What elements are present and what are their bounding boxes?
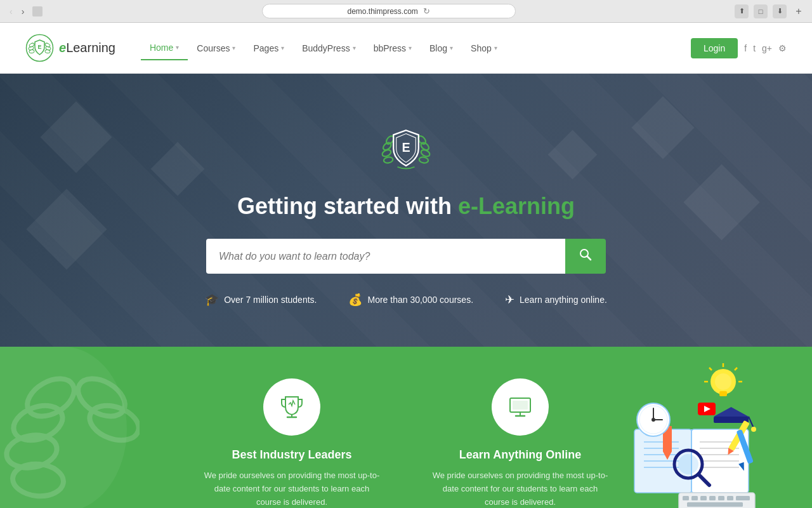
chevron-down-icon: ▾ (353, 44, 356, 51)
svg-line-67 (709, 368, 712, 370)
svg-line-18 (587, 257, 591, 260)
nav-item-bbpress[interactable]: bbPress ▾ (365, 37, 421, 60)
feature-item-1: Best Industry Leaders We pride ourselves… (203, 378, 381, 508)
features-section: Best Industry Leaders We pride ourselves… (0, 347, 812, 508)
search-icon (579, 248, 592, 261)
feature-title-2: Learn Anything Online (459, 448, 581, 462)
search-bar (206, 239, 606, 274)
illustration-area (596, 347, 774, 508)
chevron-down-icon: ▾ (281, 44, 284, 51)
refresh-icon[interactable]: ↻ (423, 6, 430, 16)
svg-point-24 (85, 399, 140, 446)
monitor-icon-circle (492, 378, 549, 436)
address-bar[interactable]: demo.thimpress.com ↻ (262, 4, 516, 18)
nav-arrows[interactable]: ‹ › (6, 5, 27, 18)
back-button[interactable]: ‹ (6, 5, 16, 18)
svg-rect-75 (718, 496, 724, 500)
hero-logo: E (377, 120, 435, 177)
svg-point-69 (715, 373, 731, 390)
new-tab-button[interactable]: + (792, 4, 806, 18)
hero-title: Getting started with e-Learning (237, 193, 575, 220)
nav-right: Login f t g+ ⚙ (691, 38, 787, 58)
money-icon: 💰 (348, 293, 362, 307)
svg-rect-73 (700, 496, 707, 500)
deco-square-2 (151, 142, 205, 196)
website: E eLearning Home ▾ Courses ▾ Pages ▾ Bud… (0, 23, 812, 508)
settings-icon[interactable]: ⚙ (778, 43, 787, 53)
logo-area[interactable]: E eLearning (25, 34, 115, 62)
browser-chrome: ‹ › demo.thimpress.com ↻ ⬆ □ ⬇ + (0, 0, 812, 23)
social-icons: f t g+ ⚙ (744, 43, 787, 53)
svg-point-15 (419, 156, 429, 163)
logo-text: eLearning (59, 41, 115, 55)
search-button[interactable] (565, 239, 606, 274)
deco-square-1 (40, 101, 112, 173)
monitor-icon (508, 394, 533, 420)
googleplus-icon[interactable]: g+ (762, 43, 772, 53)
svg-rect-74 (709, 496, 716, 500)
svg-line-65 (735, 368, 737, 370)
nav-item-blog[interactable]: Blog ▾ (421, 37, 462, 60)
nav-item-home[interactable]: Home ▾ (141, 36, 188, 60)
svg-rect-76 (727, 496, 733, 500)
nav-item-courses[interactable]: Courses ▾ (188, 37, 244, 60)
deco-square-5 (683, 164, 759, 240)
facebook-icon[interactable]: f (744, 43, 747, 53)
svg-point-14 (420, 149, 431, 157)
login-button[interactable]: Login (691, 38, 738, 58)
svg-text:E: E (402, 140, 410, 154)
svg-marker-47 (714, 407, 749, 417)
feature-desc-1: We pride ourselves on providing the most… (203, 469, 381, 508)
search-input[interactable] (206, 239, 565, 274)
feature-desc-2: We pride ourselves on providing the most… (431, 469, 609, 508)
svg-rect-77 (736, 496, 750, 500)
trophy-icon (279, 394, 304, 420)
logo-icon: E (25, 34, 54, 62)
twitter-icon[interactable]: t (753, 43, 756, 53)
chevron-down-icon: ▾ (494, 44, 497, 51)
svg-rect-71 (683, 496, 689, 500)
plane-icon: ✈ (505, 293, 514, 307)
svg-point-54 (652, 418, 655, 422)
window-minimize[interactable] (32, 6, 43, 17)
svg-point-23 (72, 371, 131, 424)
svg-rect-78 (687, 502, 743, 507)
svg-point-10 (381, 149, 392, 157)
nav-item-shop[interactable]: Shop ▾ (462, 37, 506, 60)
url-text: demo.thimpress.com (347, 7, 417, 16)
nav-item-pages[interactable]: Pages ▾ (244, 37, 293, 60)
forward-button[interactable]: › (18, 5, 28, 18)
duplicate-button[interactable]: □ (754, 4, 768, 18)
deco-square-4 (632, 97, 695, 159)
hero-logo-svg: E (377, 120, 435, 177)
navbar: E eLearning Home ▾ Courses ▾ Pages ▾ Bud… (0, 23, 812, 74)
stat-students: 🎓 Over 7 million students. (205, 293, 317, 307)
deco-square-6 (548, 130, 598, 180)
stat-courses: 💰 More than 30,000 courses. (348, 293, 473, 307)
trophy-icon-circle (263, 378, 320, 436)
nav-menu: Home ▾ Courses ▾ Pages ▾ BuddyPress ▾ bb… (141, 36, 691, 60)
download-button[interactable]: ⬇ (773, 4, 787, 18)
svg-point-11 (383, 156, 393, 163)
browser-actions: ⬆ □ ⬇ + (735, 4, 806, 18)
feature-title-1: Best Industry Leaders (232, 448, 351, 462)
chevron-down-icon: ▾ (450, 44, 453, 51)
graduation-icon: 🎓 (205, 293, 219, 307)
svg-point-58 (678, 454, 698, 474)
illustration-svg (596, 347, 774, 508)
svg-rect-30 (513, 401, 528, 410)
nav-item-buddypress[interactable]: BuddyPress ▾ (293, 37, 364, 60)
stat-online: ✈ Learn anything online. (505, 293, 607, 307)
svg-rect-63 (719, 391, 727, 396)
svg-point-49 (751, 427, 756, 432)
hero-stats: 🎓 Over 7 million students. 💰 More than 3… (205, 293, 607, 307)
svg-rect-72 (691, 496, 698, 500)
chevron-down-icon: ▾ (409, 44, 412, 51)
svg-point-19 (21, 371, 81, 424)
chevron-down-icon: ▾ (232, 44, 235, 51)
address-bar-wrap: demo.thimpress.com ↻ (48, 4, 730, 18)
bg-laurel-decoration (0, 347, 140, 508)
svg-line-48 (749, 417, 754, 428)
hero-section: E Getting started with e-Learning 🎓 Over… (0, 74, 812, 347)
share-button[interactable]: ⬆ (735, 4, 749, 18)
